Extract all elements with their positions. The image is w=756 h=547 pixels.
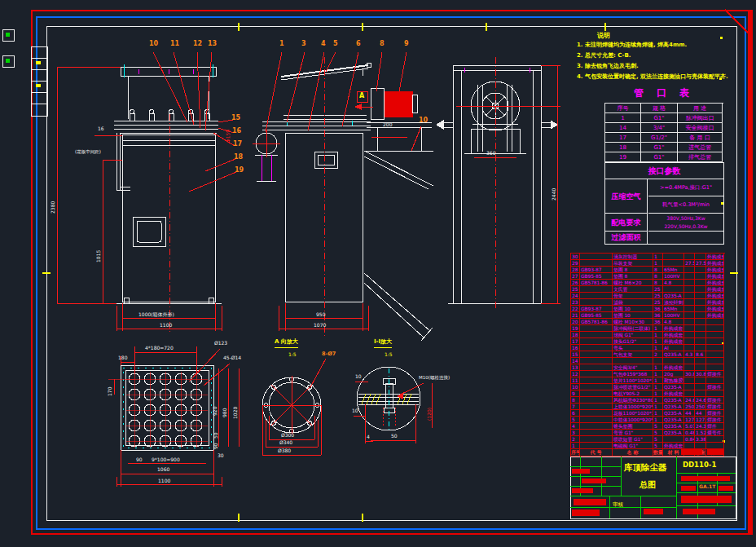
- balloon-3: 3: [301, 41, 306, 48]
- table-cell: G1/2": [641, 133, 678, 143]
- table-cell: 13: [571, 364, 580, 371]
- table-cell: [706, 390, 724, 397]
- dim-pitch: 16: [98, 126, 104, 132]
- table-cell: [663, 436, 684, 443]
- table-cell: 4: [571, 423, 580, 430]
- view-marker-a: A: [359, 93, 364, 100]
- balloon-4: 4: [321, 41, 326, 48]
- table-cell: 焊接件: [706, 397, 724, 404]
- drawing-subtitle: 总图: [640, 480, 656, 489]
- table-cell: 22: [571, 306, 580, 312]
- table-cell: 气包支架: [613, 351, 653, 358]
- dim-plate-50: 50: [213, 432, 219, 439]
- dim-right-height: 2440: [552, 188, 557, 201]
- table-cell: 20: [571, 319, 580, 325]
- table-cell: Q235-A: [663, 417, 684, 423]
- cad-drawing-sheet: 10 11 12 13 15 16 17 18 19 2380 1015 16 …: [0, 0, 756, 547]
- table-cell: [706, 332, 724, 338]
- table-cell: 30: [571, 254, 580, 260]
- table-cell: 垫圈 10: [613, 306, 653, 312]
- table-cell: [684, 384, 695, 390]
- table-cell: Q235-A: [663, 430, 684, 436]
- table-cell: 5: [653, 430, 663, 436]
- table-cell: 24.6: [684, 397, 695, 404]
- table-cell: [580, 397, 613, 404]
- table-cell: [684, 364, 695, 371]
- table-cell: 气包Φ159*368: [613, 371, 653, 377]
- table-cell: 中箱体1000*920*700: [613, 417, 653, 423]
- table-cell: 5: [653, 423, 663, 430]
- table-cell: 8: [653, 280, 663, 286]
- table-cell: 球阀 G1": [613, 332, 653, 338]
- table-cell: [695, 312, 706, 319]
- table-cell: [580, 423, 613, 430]
- table-cell: 36: [653, 319, 663, 325]
- table-cell: 1: [653, 254, 663, 260]
- table-cell: 1.52: [695, 430, 706, 436]
- table-cell: [580, 358, 613, 364]
- table-cell: 5: [653, 436, 663, 443]
- table-cell: 65Mn: [663, 267, 684, 273]
- table-cell: [663, 260, 684, 267]
- table-cell: 250: [695, 404, 706, 410]
- table-cell: 备 用 口: [678, 133, 723, 143]
- table-cell: 4.8: [663, 319, 684, 325]
- drawing-number: DD110-1: [683, 461, 716, 469]
- pipe-port-table: 序号规 格用 途1G1"脉冲阀出口143/4"安全阀接口17G1/2"备 用 口…: [604, 103, 723, 162]
- table-cell: 垫圈 8: [613, 267, 653, 273]
- table-cell: [695, 390, 706, 397]
- table-cell: [695, 345, 706, 351]
- table-cell: 脉冲喷吹管G1/2": [613, 384, 653, 390]
- table-cell: 30.8: [695, 371, 706, 377]
- detail-i-bolt-label: M10(螺栓连接): [419, 375, 450, 380]
- table-cell: 外购成套: [663, 325, 684, 332]
- table-cell: [580, 325, 613, 332]
- table-cell: [695, 286, 706, 293]
- table-cell: Al: [663, 345, 684, 351]
- table-cell: 外购成套: [706, 273, 724, 280]
- table-cell: Q235-A: [663, 293, 684, 299]
- table-cell: 20g: [663, 371, 684, 377]
- table-cell: 10: [571, 384, 580, 390]
- detail-i-dim-4: 4: [367, 435, 370, 440]
- table-cell: [580, 351, 613, 358]
- redacted-text-bar: [644, 509, 663, 514]
- table-cell: 代 号: [580, 448, 613, 457]
- table-cell: 8: [571, 397, 580, 404]
- note-3: 3. 除去锐角飞边及毛刺.: [577, 62, 639, 70]
- table-cell: 1: [653, 417, 663, 423]
- table-cell: 5: [571, 417, 580, 423]
- table-cell: 100HV: [663, 312, 684, 319]
- table-cell: 4.8: [663, 280, 684, 286]
- balloon-19: 19: [235, 167, 244, 174]
- table-cell: 上箱体1000*920*200: [613, 404, 653, 410]
- table-cell: [684, 286, 695, 293]
- dim-plate-90s: 90: [213, 443, 219, 449]
- table-cell: 127.5: [695, 417, 706, 423]
- table-cell: 19: [571, 325, 580, 332]
- table-cell: [695, 384, 706, 390]
- detail-a-bolt-holes: 8-Ø7: [322, 351, 336, 357]
- table-cell: [684, 377, 695, 384]
- table-cell: [580, 390, 613, 397]
- dim-plate-1100: 1100: [158, 479, 170, 484]
- table-cell: 0.48: [684, 430, 695, 436]
- detail-a-dim-300: Ø300: [281, 433, 294, 439]
- table-cell: 24: [571, 293, 580, 299]
- table-cell: 28: [571, 267, 580, 273]
- table-cell: [695, 325, 706, 332]
- table-cell: 外购成套: [706, 267, 724, 273]
- label-hole-dia: Ø123: [214, 341, 227, 346]
- table-cell: 1: [653, 325, 663, 332]
- dim-overall-width: 1100: [160, 323, 172, 329]
- table-cell: 风机蜗壳Φ230*80: [613, 397, 653, 404]
- table-cell: [706, 338, 724, 345]
- table-cell: 螺栓 M10×30: [613, 319, 653, 325]
- table-cell: 23: [571, 299, 580, 306]
- table-cell: 花板1100*1020*3: [613, 410, 653, 417]
- redacted-text-bar: [681, 496, 732, 503]
- table-cell: Q235-A: [663, 423, 684, 430]
- table-cell: 文氏管: [613, 286, 653, 293]
- table-cell: 18: [571, 332, 580, 338]
- balloon-8: 8: [380, 41, 385, 48]
